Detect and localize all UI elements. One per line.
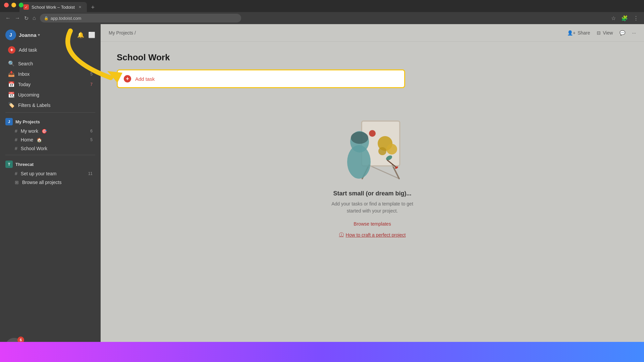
- upcoming-icon: 📆: [8, 92, 15, 98]
- inbox-badge: 5: [90, 72, 93, 76]
- today-badge: 7: [90, 82, 93, 87]
- my-projects-label: My Projects: [15, 119, 40, 124]
- user-name: Joanna ▾: [19, 32, 40, 38]
- reload-button[interactable]: ↻: [24, 15, 29, 21]
- svg-line-3: [369, 165, 399, 179]
- sidebar-toggle-icon[interactable]: ⬜: [88, 32, 95, 39]
- project-item-my-work[interactable]: # My work 🎯 6: [3, 127, 98, 135]
- add-task-box[interactable]: + Add task: [117, 69, 405, 88]
- share-button[interactable]: 👤+ Share: [567, 30, 590, 36]
- empty-state-subtitle: Add your tasks or find a template to get…: [331, 200, 413, 215]
- main-body: School Work + Add task: [101, 42, 644, 362]
- filters-icon: 🏷️: [8, 102, 15, 108]
- project-home-label: Home: [21, 137, 33, 142]
- comment-button[interactable]: 💬: [620, 30, 625, 36]
- inbox-label: Inbox: [18, 71, 30, 77]
- browse-projects-icon: ⊞: [15, 180, 19, 185]
- project-set-up-team-badge: 11: [88, 171, 93, 176]
- empty-illustration: [335, 108, 409, 182]
- threecat-label: Threecat: [15, 162, 34, 167]
- user-avatar: J: [5, 29, 16, 40]
- svg-point-10: [378, 147, 386, 155]
- sidebar-item-search[interactable]: 🔍 Search: [3, 58, 98, 69]
- browse-projects-label: Browse all projects: [22, 180, 62, 185]
- main-header: My Projects / 👤+ Share ⊟ View 💬 ···: [101, 24, 644, 42]
- sidebar-header-icons: 🔔 ⬜: [77, 32, 95, 39]
- project-item-set-up-team[interactable]: # Set up your team 11: [3, 169, 98, 178]
- tab-bar: ✓ School Work – Todoist ✕ +: [0, 0, 644, 12]
- breadcrumb: My Projects /: [109, 30, 136, 36]
- sidebar: J Joanna ▾ 🔔 ⬜ + Add task 🔍 Search 📥 Inb…: [0, 24, 101, 362]
- address-text: app.todoist.com: [51, 16, 82, 21]
- add-task-button[interactable]: + Add task: [3, 44, 98, 56]
- active-tab[interactable]: ✓ School Work – Todoist ✕: [19, 2, 87, 12]
- svg-point-7: [351, 132, 368, 144]
- nav-bar: ← → ↻ ⌂ 🔒 app.todoist.com ☆ 🧩 ⋮: [0, 12, 644, 24]
- add-task-box-label: Add task: [135, 76, 155, 82]
- my-projects-section[interactable]: J My Projects: [0, 115, 101, 127]
- sidebar-item-upcoming[interactable]: 📆 Upcoming: [3, 89, 98, 100]
- tab-favicon: ✓: [23, 4, 29, 10]
- project-school-work-label: School Work: [21, 146, 47, 151]
- question-circle-icon: ⓘ: [339, 232, 344, 238]
- project-title: School Work: [117, 52, 628, 63]
- sidebar-item-today[interactable]: 📅 Today 7: [3, 79, 98, 89]
- sidebar-header: J Joanna ▾ 🔔 ⬜: [0, 27, 101, 43]
- back-button[interactable]: ←: [5, 15, 11, 21]
- extensions-icon[interactable]: 🧩: [621, 15, 628, 21]
- forward-button[interactable]: →: [15, 15, 20, 21]
- chevron-down-icon: ▾: [38, 33, 40, 37]
- empty-state: Start small (or dream big)... Add your t…: [117, 102, 628, 238]
- star-icon[interactable]: ☆: [611, 15, 616, 21]
- more-button[interactable]: ···: [632, 30, 636, 36]
- address-bar[interactable]: 🔒 app.todoist.com: [40, 14, 241, 22]
- how-to-label: How to craft a perfect project: [346, 232, 406, 238]
- how-to-link[interactable]: ⓘ How to craft a perfect project: [339, 232, 406, 238]
- tab-close-button[interactable]: ✕: [77, 4, 83, 10]
- threecat-section[interactable]: T Threecat: [0, 157, 101, 169]
- tab-title: School Work – Todoist: [32, 5, 75, 10]
- threecat-avatar: T: [5, 161, 13, 168]
- bell-icon[interactable]: 🔔: [77, 32, 84, 39]
- today-label: Today: [18, 82, 31, 87]
- today-icon: 📅: [8, 81, 15, 87]
- svg-point-9: [386, 144, 397, 155]
- browser-nav-actions: ☆ 🧩 ⋮: [611, 15, 639, 21]
- project-home-badge: 5: [90, 137, 93, 142]
- comment-icon: 💬: [620, 30, 625, 36]
- browser-chrome: ✓ School Work – Todoist ✕ + ← → ↻ ⌂ 🔒 ap…: [0, 0, 644, 24]
- window-control-maximize[interactable]: [19, 3, 23, 7]
- browse-templates-button[interactable]: Browse templates: [354, 221, 391, 227]
- sidebar-item-inbox[interactable]: 📥 Inbox 5: [3, 69, 98, 79]
- lock-icon: 🔒: [44, 16, 49, 20]
- upcoming-label: Upcoming: [18, 92, 39, 98]
- home-button[interactable]: ⌂: [33, 15, 36, 21]
- main-content: My Projects / 👤+ Share ⊟ View 💬 ···: [101, 24, 644, 362]
- new-tab-button[interactable]: +: [88, 3, 98, 12]
- search-label: Search: [18, 61, 33, 66]
- browse-all-projects[interactable]: ⊞ Browse all projects: [3, 178, 98, 187]
- hash-icon: #: [15, 128, 17, 134]
- view-icon: ⊟: [597, 30, 601, 36]
- sidebar-item-filters[interactable]: 🏷️ Filters & Labels: [3, 100, 98, 110]
- add-task-label: Add task: [19, 47, 37, 53]
- divider-1: [5, 112, 95, 113]
- hash-icon-school: #: [15, 146, 17, 151]
- svg-point-11: [369, 130, 376, 137]
- divider-2: [5, 155, 95, 155]
- header-actions: 👤+ Share ⊟ View 💬 ···: [567, 30, 636, 36]
- window-control-close[interactable]: [4, 3, 9, 7]
- bottom-gradient-bar: [0, 342, 644, 362]
- search-icon: 🔍: [8, 60, 15, 67]
- project-item-home[interactable]: # Home 🏠 5: [3, 135, 98, 144]
- view-button[interactable]: ⊟ View: [597, 30, 613, 36]
- add-task-plus-icon: +: [8, 46, 15, 54]
- hash-icon-team: #: [15, 171, 17, 176]
- project-set-up-team-label: Set up your team: [21, 171, 57, 176]
- filters-label: Filters & Labels: [18, 103, 50, 108]
- browser-menu-icon[interactable]: ⋮: [633, 15, 639, 21]
- window-control-minimize[interactable]: [11, 3, 16, 7]
- empty-state-title: Start small (or dream big)...: [333, 190, 411, 197]
- app-container: J Joanna ▾ 🔔 ⬜ + Add task 🔍 Search 📥 Inb…: [0, 24, 644, 362]
- project-item-school-work[interactable]: # School Work: [3, 144, 98, 153]
